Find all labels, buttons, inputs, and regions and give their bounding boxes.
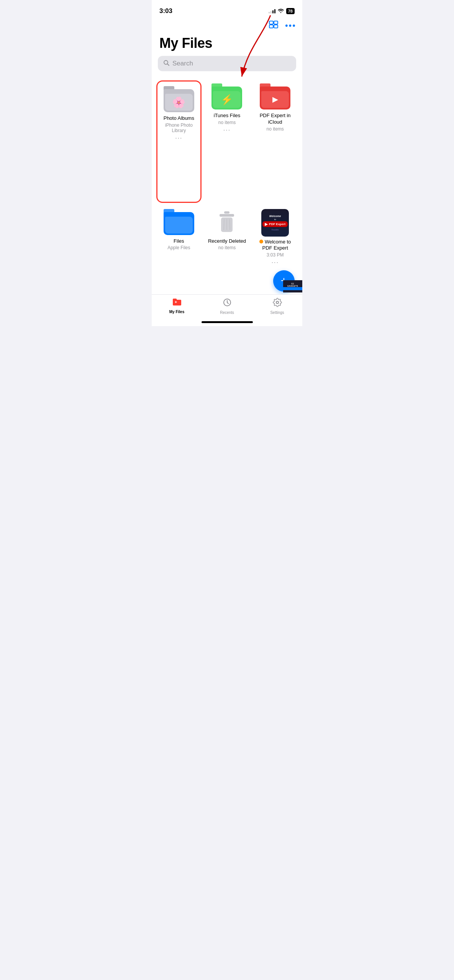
- tab-settings-label: Settings: [270, 310, 284, 315]
- svg-point-14: [276, 301, 279, 304]
- svg-rect-1: [274, 21, 278, 24]
- signal-icon: [269, 9, 275, 13]
- settings-tab-icon: [273, 298, 282, 309]
- pdf-icloud-icon: ▶: [260, 83, 290, 109]
- status-time: 3:03: [159, 7, 172, 15]
- svg-line-10: [224, 219, 224, 230]
- search-icon: [163, 60, 169, 67]
- photo-albums-name: Photo Albums: [164, 115, 194, 122]
- status-icons: 78: [269, 8, 295, 14]
- recently-deleted-name: Recently Deleted: [208, 238, 246, 245]
- battery-icon: 78: [286, 8, 295, 14]
- welcome-pdf-subtitle: 3:03 PM: [267, 252, 284, 258]
- itunes-icon: ⚡: [211, 83, 242, 109]
- tab-recents-label: Recents: [220, 310, 234, 315]
- photo-albums-more[interactable]: ···: [175, 135, 182, 142]
- home-indicator: [202, 321, 253, 323]
- pdf-icloud-subtitle: no items: [266, 126, 284, 132]
- photo-albums-icon: 🌸: [164, 86, 194, 112]
- more-icon[interactable]: •••: [285, 21, 296, 31]
- wifi-icon: [278, 8, 284, 14]
- my-files-tab-icon: [172, 298, 182, 309]
- tab-recents[interactable]: Recents: [202, 298, 252, 315]
- photo-albums-subtitle: iPhone Photo Library: [161, 122, 197, 133]
- page-title: My Files: [152, 34, 302, 56]
- svg-line-12: [229, 219, 230, 230]
- file-item-photo-albums[interactable]: 🌸 Photo Albums iPhone Photo Library ···: [156, 80, 202, 203]
- svg-rect-8: [220, 214, 234, 217]
- pdf-icloud-name: PDF Expert in iCloud: [254, 113, 296, 126]
- status-bar: 3:03 78: [152, 0, 302, 19]
- search-bar[interactable]: Search: [158, 56, 296, 71]
- svg-rect-2: [269, 25, 273, 28]
- svg-rect-3: [274, 25, 278, 28]
- files-subtitle: Apple Files: [167, 245, 190, 250]
- watermark: G1 GADGETS: [283, 280, 302, 292]
- screen: 3:03 78: [152, 0, 302, 326]
- svg-line-5: [167, 64, 169, 65]
- itunes-name: iTunes Files: [214, 113, 241, 119]
- file-item-itunes[interactable]: ⚡ iTunes Files no items ···: [203, 79, 251, 204]
- file-item-pdf-icloud[interactable]: ▶ PDF Expert in iCloud no items: [251, 79, 299, 204]
- tab-settings[interactable]: Settings: [252, 298, 302, 315]
- itunes-more[interactable]: ···: [223, 127, 231, 134]
- layout-icon[interactable]: [269, 21, 278, 31]
- svg-rect-7: [224, 211, 229, 214]
- welcome-pdf-name: Welcome to PDF Expert: [254, 239, 296, 252]
- itunes-subtitle: no items: [218, 120, 236, 125]
- new-dot: [259, 240, 263, 243]
- welcome-pdf-thumb: Welcome to ▶ PDF Expert Readdle: [261, 209, 289, 237]
- recents-tab-icon: [223, 298, 232, 309]
- welcome-pdf-more[interactable]: ···: [271, 259, 279, 266]
- svg-rect-0: [269, 21, 273, 24]
- tab-my-files[interactable]: My Files: [152, 298, 202, 314]
- recently-deleted-subtitle: no items: [218, 245, 236, 250]
- tab-my-files-label: My Files: [169, 310, 184, 314]
- header-actions: •••: [152, 19, 302, 34]
- trash-icon: [213, 209, 240, 236]
- files-name: Files: [174, 238, 184, 245]
- files-icon: [164, 209, 194, 235]
- search-placeholder: Search: [172, 60, 193, 67]
